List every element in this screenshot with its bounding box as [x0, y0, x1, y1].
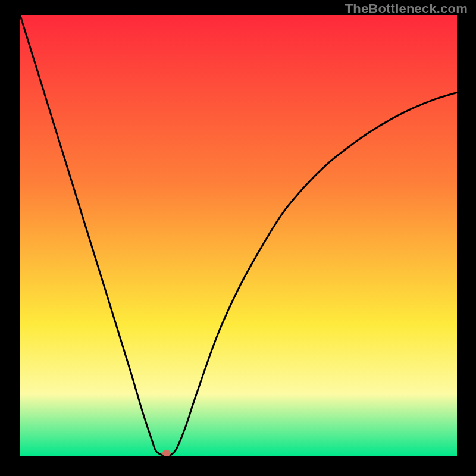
- plot-svg: [20, 15, 457, 456]
- gradient-background: [20, 15, 457, 456]
- chart-frame: TheBottleneck.com: [0, 0, 476, 476]
- bottleneck-plot: [20, 15, 457, 456]
- watermark-text: TheBottleneck.com: [345, 1, 468, 17]
